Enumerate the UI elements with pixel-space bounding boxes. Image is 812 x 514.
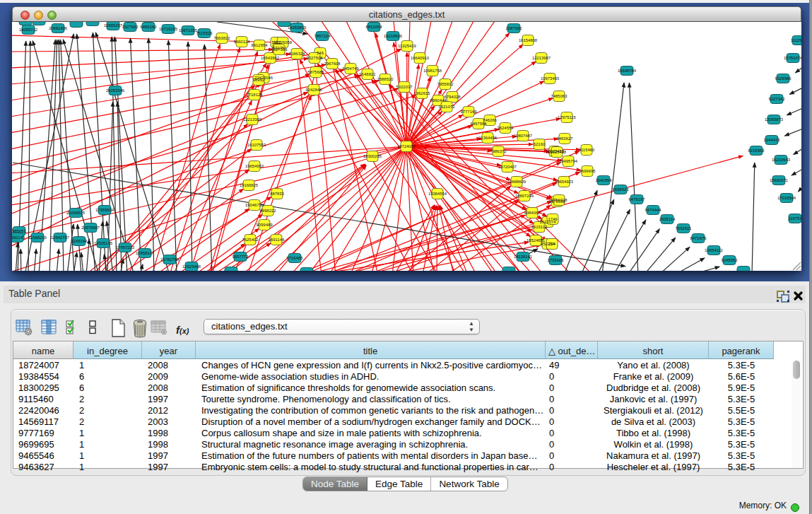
svg-text:1112935: 1112935 <box>791 38 801 42</box>
svg-text:985051: 985051 <box>12 229 26 233</box>
svg-text:10807487: 10807487 <box>514 134 532 138</box>
svg-text:3991149: 3991149 <box>12 235 25 240</box>
svg-text:12505135: 12505135 <box>94 241 113 245</box>
svg-text:8186328: 8186328 <box>289 52 306 56</box>
svg-text:9146821: 9146821 <box>360 72 376 76</box>
svg-text:9084067: 9084067 <box>524 211 541 215</box>
svg-text:15692971: 15692971 <box>770 178 788 182</box>
svg-text:5875685: 5875685 <box>308 70 325 74</box>
svg-text:62160: 62160 <box>534 142 546 146</box>
svg-text:19495794: 19495794 <box>559 159 578 163</box>
svg-text:16782759: 16782759 <box>160 257 179 262</box>
svg-text:1640954: 1640954 <box>596 178 613 182</box>
svg-text:16648784: 16648784 <box>618 69 637 73</box>
svg-text:10671355: 10671355 <box>179 28 198 33</box>
svg-text:9327508: 9327508 <box>307 56 324 60</box>
svg-text:3624554: 3624554 <box>498 126 514 130</box>
svg-text:17016504: 17016504 <box>777 196 796 200</box>
svg-text:2967608: 2967608 <box>324 62 341 66</box>
svg-text:9463627: 9463627 <box>557 136 573 141</box>
svg-text:8813054: 8813054 <box>366 25 383 29</box>
svg-text:7986372: 7986372 <box>490 149 507 153</box>
svg-text:7625402: 7625402 <box>242 238 259 242</box>
svg-text:19654953: 19654953 <box>245 164 264 168</box>
svg-text:2935114: 2935114 <box>659 217 676 221</box>
svg-text:546: 546 <box>317 51 324 55</box>
svg-text:9699695: 9699695 <box>579 169 596 173</box>
svg-text:9245652: 9245652 <box>722 258 738 262</box>
svg-text:6466160: 6466160 <box>141 25 158 29</box>
svg-text:16640910: 16640910 <box>411 56 430 60</box>
svg-text:9657771: 9657771 <box>233 255 249 259</box>
svg-text:7485063: 7485063 <box>551 94 568 98</box>
svg-text:17957223: 17957223 <box>116 245 135 250</box>
svg-text:1621072: 1621072 <box>439 105 455 109</box>
svg-text:10973493: 10973493 <box>541 76 560 81</box>
svg-text:13226058: 13226058 <box>273 40 293 45</box>
svg-text:5322037: 5322037 <box>396 85 413 89</box>
svg-text:19218506: 19218506 <box>384 34 403 38</box>
svg-text:9242848: 9242848 <box>306 88 323 92</box>
svg-text:7955812: 7955812 <box>437 82 454 86</box>
svg-text:19046758: 19046758 <box>245 203 264 207</box>
svg-text:1362615: 1362615 <box>414 91 431 95</box>
svg-text:1244415: 1244415 <box>764 138 781 142</box>
svg-text:16107553: 16107553 <box>247 143 266 147</box>
svg-text:9474444: 9474444 <box>645 208 662 212</box>
svg-text:8912954: 8912954 <box>252 43 269 47</box>
svg-text:7632621: 7632621 <box>676 226 692 230</box>
svg-text:8215955: 8215955 <box>748 148 765 153</box>
svg-text:12975115: 12975115 <box>558 115 576 119</box>
svg-text:14055712: 14055712 <box>19 28 37 32</box>
svg-text:16053809: 16053809 <box>288 25 306 30</box>
svg-text:6794028: 6794028 <box>445 95 461 99</box>
svg-text:12213369: 12213369 <box>243 117 261 122</box>
svg-text:17359934: 17359934 <box>95 208 114 212</box>
svg-text:11568219: 11568219 <box>28 235 47 240</box>
svg-text:1588520: 1588520 <box>377 77 394 81</box>
svg-text:16154808: 16154808 <box>519 38 538 42</box>
svg-text:1615112: 1615112 <box>531 225 548 229</box>
svg-text:12942757: 12942757 <box>51 235 69 240</box>
svg-text:9756928: 9756928 <box>551 198 568 202</box>
svg-text:9227342: 9227342 <box>769 97 785 101</box>
svg-text:16210643: 16210643 <box>772 158 791 162</box>
svg-text:10961758: 10961758 <box>423 69 442 73</box>
svg-text:16543962: 16543962 <box>261 56 279 60</box>
svg-text:2718126: 2718126 <box>247 93 264 97</box>
svg-text:10655267: 10655267 <box>104 23 122 28</box>
svg-text:1145194: 1145194 <box>71 239 88 243</box>
svg-text:7515526: 7515526 <box>196 31 213 35</box>
svg-text:10688609: 10688609 <box>507 180 526 184</box>
svg-text:746266: 746266 <box>483 118 497 122</box>
svg-text:9329966: 9329966 <box>775 76 792 81</box>
svg-text:1746: 1746 <box>548 217 558 221</box>
svg-text:1691144: 1691144 <box>269 238 285 242</box>
svg-text:19166825: 19166825 <box>240 183 259 187</box>
svg-text:9099489: 9099489 <box>257 223 273 227</box>
svg-text:116753: 116753 <box>788 216 801 221</box>
svg-text:19654923: 19654923 <box>555 180 574 184</box>
svg-text:9777169: 9777169 <box>461 110 477 114</box>
svg-text:19384554: 19384554 <box>428 192 447 196</box>
svg-text:1733426: 1733426 <box>548 258 565 262</box>
svg-text:12923468: 12923468 <box>182 264 201 269</box>
svg-text:20206535: 20206535 <box>66 211 86 215</box>
svg-text:11325419: 11325419 <box>398 44 416 48</box>
svg-text:20691406: 20691406 <box>49 26 68 30</box>
svg-text:18807249: 18807249 <box>515 194 534 198</box>
svg-text:8471676: 8471676 <box>690 236 707 240</box>
svg-text:6479197: 6479197 <box>629 197 645 201</box>
svg-text:20975887: 20975887 <box>81 226 100 230</box>
svg-text:9660124: 9660124 <box>234 40 251 44</box>
svg-text:8498222: 8498222 <box>260 209 276 213</box>
svg-text:18300295: 18300295 <box>363 154 382 158</box>
svg-text:7857224: 7857224 <box>314 34 331 38</box>
svg-text:2087682: 2087682 <box>506 26 522 30</box>
svg-text:9327506: 9327506 <box>271 47 288 52</box>
svg-text:12093873: 12093873 <box>765 117 784 122</box>
svg-text:254: 254 <box>548 242 556 246</box>
svg-text:9115460: 9115460 <box>579 148 595 152</box>
svg-text:7663822: 7663822 <box>214 36 230 40</box>
svg-text:15720407: 15720407 <box>498 165 517 169</box>
